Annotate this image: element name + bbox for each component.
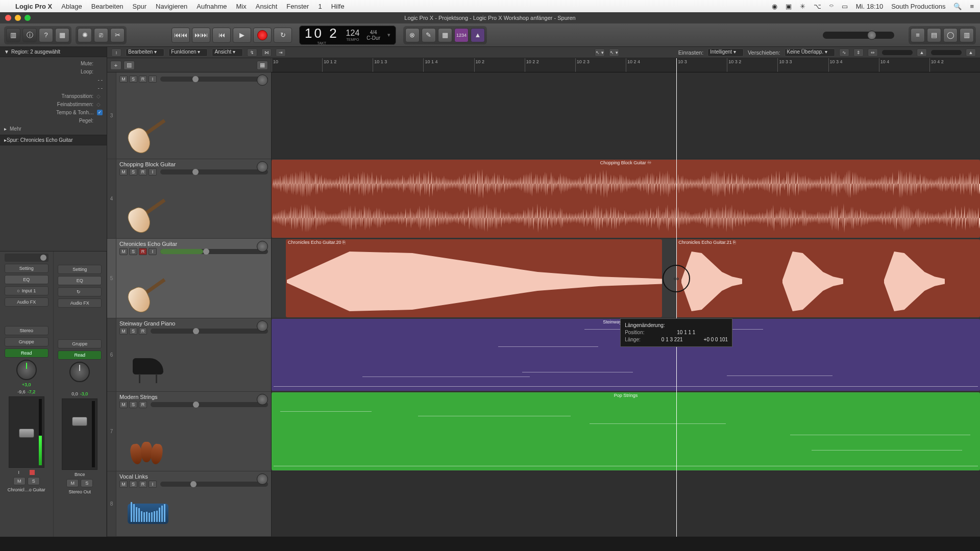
arrange-lane[interactable]: Chopping Block Guitar ♾ xyxy=(272,159,980,239)
lcd-key[interactable]: C-Dur xyxy=(366,35,380,41)
automation-icon[interactable]: ↯ xyxy=(247,48,257,57)
duplicate-track-button[interactable]: ▥ xyxy=(124,61,135,70)
ruler-tick[interactable]: 10 3 4 xyxy=(828,58,843,72)
volume-fader[interactable] xyxy=(62,398,97,470)
region[interactable]: Pop Strings xyxy=(272,392,980,470)
send-slot[interactable]: ↻ xyxy=(58,287,102,296)
ruler[interactable]: 1010 1 210 1 310 1 410 210 2 210 2 310 2… xyxy=(272,58,980,72)
zoom-slider-icon2[interactable]: ▲ xyxy=(966,48,976,57)
ruler-tick[interactable]: 10 1 3 xyxy=(373,58,387,72)
arrange-lane[interactable] xyxy=(272,72,980,159)
track-header[interactable]: 7 Modern Strings MSR xyxy=(107,392,271,471)
lcd-sig[interactable]: 4/4 xyxy=(370,30,377,35)
track-icon[interactable] xyxy=(122,195,174,236)
track-icon[interactable] xyxy=(122,275,174,316)
track-m-button[interactable]: M xyxy=(119,481,128,488)
flex-icon[interactable]: ⋈ xyxy=(261,48,272,57)
ruler-tick[interactable]: 10 2 2 xyxy=(525,58,539,72)
vzoom-slider[interactable] xyxy=(882,50,913,55)
move-select[interactable]: Keine Überlapp. ▾ xyxy=(785,48,836,57)
setting-slot[interactable]: Setting xyxy=(5,264,48,273)
arrange-lane[interactable]: Pop Strings xyxy=(272,392,980,471)
catch-icon[interactable]: ⇥ xyxy=(276,48,286,57)
track-header[interactable]: 4 Chopping Block Guitar MSRI xyxy=(107,159,271,239)
track-pan-knob[interactable] xyxy=(257,161,268,172)
track-s-button[interactable]: S xyxy=(129,248,137,255)
record-button[interactable] xyxy=(253,28,272,43)
volume-fader[interactable] xyxy=(9,396,44,468)
track-r-button[interactable]: R xyxy=(139,168,147,176)
track-header[interactable]: 8 Vocal Links MSRI xyxy=(107,471,271,537)
lcd-display[interactable]: 10 2TAKT 124TEMPO 4/4C-Dur ▾ xyxy=(299,26,396,45)
track-volume-slider[interactable] xyxy=(160,249,268,254)
region-inspector-header[interactable]: ▼Region: 2 ausgewählt xyxy=(0,47,107,57)
pan-knob[interactable] xyxy=(16,360,37,380)
audiofx-slot[interactable]: Audio FX xyxy=(5,297,48,307)
arrange-area[interactable]: 1010 1 210 1 310 1 410 210 2 210 2 310 2… xyxy=(272,58,980,537)
master-volume-slider[interactable] xyxy=(823,32,894,39)
menu-help[interactable]: Hilfe xyxy=(331,3,345,10)
ruler-tick[interactable]: 10 1 2 xyxy=(322,58,336,72)
track-menu-icon[interactable]: ↕ xyxy=(111,48,121,57)
ruler-tick[interactable]: 10 4 2 xyxy=(929,58,944,72)
eq-slot[interactable]: EQ xyxy=(58,276,102,285)
close-window-button[interactable] xyxy=(5,15,11,21)
menubar-wifi-icon[interactable]: ⌔ xyxy=(829,3,834,10)
track-m-button[interactable]: M xyxy=(119,248,128,255)
track-name[interactable]: Steinway Grand Piano xyxy=(119,320,268,327)
ruler-tick[interactable]: 10 3 3 xyxy=(777,58,792,72)
edit-menu[interactable]: Bearbeiten ▾ xyxy=(126,48,164,57)
replace-button[interactable]: ⊗ xyxy=(405,28,420,42)
menubar-search-icon[interactable]: 🔍 xyxy=(953,3,962,10)
track-volume-slider[interactable] xyxy=(160,77,268,82)
setting-slot[interactable]: Setting xyxy=(58,265,102,274)
countin-button[interactable]: 1234 xyxy=(454,28,469,42)
group-slot[interactable]: Gruppe xyxy=(5,337,48,346)
track-pan-knob[interactable] xyxy=(257,241,268,252)
audiofx-slot[interactable]: Audio FX xyxy=(58,298,102,308)
track-name[interactable]: Chopping Block Guitar xyxy=(119,161,268,167)
track-s-button[interactable]: S xyxy=(129,76,137,83)
mute-button[interactable]: M xyxy=(66,479,79,487)
playhead[interactable] xyxy=(676,58,677,537)
library-button[interactable]: ▥ xyxy=(6,28,20,42)
menubar-stop-icon[interactable]: ◉ xyxy=(772,3,777,10)
menu-track[interactable]: Spur xyxy=(133,3,146,10)
input-slot[interactable]: ○Input 1 xyxy=(5,286,48,295)
track-volume-slider[interactable] xyxy=(160,169,268,174)
stereo-slot[interactable]: Stereo xyxy=(5,326,48,335)
track-s-button[interactable]: S xyxy=(129,328,137,335)
ruler-tick[interactable]: 10 4 xyxy=(879,58,890,72)
rewind-button[interactable]: ⏮⏮ xyxy=(172,28,190,43)
track-m-button[interactable]: M xyxy=(119,76,128,83)
snap-select[interactable]: Intelligent ▾ xyxy=(707,48,744,57)
track-r-button[interactable]: R xyxy=(139,248,147,255)
loops-button[interactable]: ◯ xyxy=(943,28,958,42)
track-r-button[interactable]: R xyxy=(139,76,147,83)
track-pan-knob[interactable] xyxy=(257,394,268,405)
track-s-button[interactable]: S xyxy=(129,401,137,408)
hzoom-slider[interactable] xyxy=(931,50,962,55)
track-icon[interactable] xyxy=(122,493,174,534)
pointer-tool-icon[interactable]: ↖ ▾ xyxy=(595,48,605,57)
eq-slot[interactable]: EQ xyxy=(5,275,48,284)
menubar-clock[interactable]: Mi. 18:10 xyxy=(856,3,883,10)
track-pan-knob[interactable] xyxy=(257,320,268,332)
track-volume-slider[interactable] xyxy=(160,482,268,487)
alt-tool-icon[interactable]: ↖ ▾ xyxy=(609,48,619,57)
notepad-button[interactable]: ▤ xyxy=(927,28,941,42)
ruler-tick[interactable]: 10 2 3 xyxy=(575,58,590,72)
forward-button[interactable]: ⏭⏭ xyxy=(192,28,210,43)
quickhelp-button[interactable]: ? xyxy=(39,28,53,42)
metronome-button[interactable]: ▲ xyxy=(471,28,485,42)
ruler-tick[interactable]: 10 1 4 xyxy=(423,58,437,72)
track-name[interactable]: Chronicles Echo Guitar xyxy=(119,241,268,247)
solo-button[interactable]: S xyxy=(81,479,93,487)
browser-button[interactable]: ▥ xyxy=(960,28,974,42)
track-icon[interactable] xyxy=(122,428,174,469)
track-m-button[interactable]: M xyxy=(119,328,128,335)
mute-button[interactable]: M xyxy=(13,477,26,485)
stop-button[interactable]: ⏮ xyxy=(212,28,231,43)
waveform-zoom-icon[interactable]: ∿ xyxy=(839,48,849,57)
view-menu[interactable]: Ansicht ▾ xyxy=(212,48,243,57)
